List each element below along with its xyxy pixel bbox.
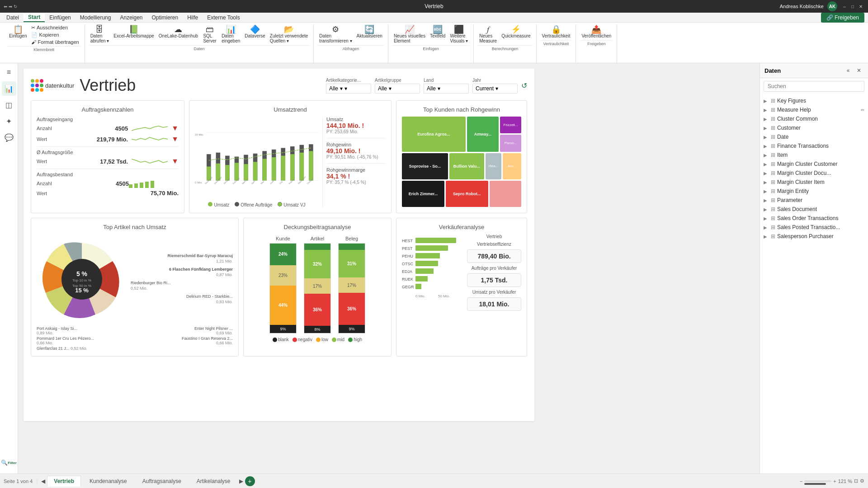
filter-panel-icon[interactable]: 🔍Filter bbox=[3, 454, 15, 472]
tree-item-sales-posted-transactions[interactable]: ▶ ⊞ Sales Posted Transactio... bbox=[760, 223, 868, 232]
table-icon: ⊞ bbox=[771, 215, 775, 221]
menu-einfuegen[interactable]: Einfügen bbox=[45, 14, 75, 22]
ribbon-einfuegen-btn[interactable]: 📋 Einfügen bbox=[7, 24, 28, 39]
fit-page-btn[interactable]: ⊡ bbox=[854, 478, 858, 484]
expand-icon: ▶ bbox=[764, 189, 769, 194]
ribbon-dataverse-btn[interactable]: 🔷Dataverse bbox=[243, 24, 267, 39]
maximize-btn[interactable]: □ bbox=[849, 3, 856, 10]
panel-close-icon[interactable]: ✕ bbox=[854, 66, 863, 75]
close-btn[interactable]: ✕ bbox=[857, 3, 864, 10]
sidebar-icon-copilot[interactable]: ✦ bbox=[2, 114, 16, 128]
ribbon-textfeld-btn[interactable]: 🔤Textfeld bbox=[428, 24, 447, 39]
menu-start[interactable]: Start bbox=[24, 13, 45, 22]
ribbon-format-btn[interactable]: 🖌 Format übertragen bbox=[29, 39, 80, 45]
svg-rect-53 bbox=[415, 245, 448, 251]
filter-artikelgruppe[interactable]: Alle ▾ bbox=[375, 84, 420, 94]
tree-item-sales-order-transactions[interactable]: ▶ ⊞ Sales Order Transactions bbox=[760, 214, 868, 223]
nav-prev-btn[interactable]: ◀ bbox=[41, 478, 45, 484]
tree-item-margin-entity[interactable]: ▶ ⊞ Margin Entity bbox=[760, 187, 868, 196]
artikel-value-4: 0,89 Mio. bbox=[37, 331, 77, 335]
tree-item-label: Margin Cluster Item bbox=[777, 179, 825, 185]
tree-item-key-figures[interactable]: ▶ ⊞ Key Figures bbox=[760, 96, 868, 105]
treemap-cell-arn: Arn... bbox=[503, 153, 521, 179]
tab-kundenanalyse[interactable]: Kundenanalyse bbox=[83, 476, 134, 487]
kpi-groesse-wert-value: 17,52 Tsd. bbox=[59, 158, 128, 165]
tree-item-parameter[interactable]: ▶ ⊞ Parameter bbox=[760, 196, 868, 205]
add-tab-button[interactable]: + bbox=[245, 476, 255, 486]
ribbon-aktualisieren-btn[interactable]: 🔄Aktualisieren bbox=[355, 24, 384, 39]
search-box[interactable] bbox=[764, 81, 864, 92]
filter-artikelkategorie[interactable]: Alle ▾▾ bbox=[326, 84, 371, 94]
ribbon-group-daten-label: Daten bbox=[89, 45, 310, 51]
reset-filters-button[interactable]: ↺ bbox=[521, 81, 527, 90]
tab-auftragsanalyse[interactable]: Auftragsanalyse bbox=[136, 476, 188, 487]
kpi-eingang-anzahl-label: Anzahl bbox=[37, 126, 59, 131]
tree-item-customer[interactable]: ▶ ⊞ Customer bbox=[760, 123, 868, 132]
zoom-out-btn[interactable]: − bbox=[800, 479, 802, 484]
va-efficiency-label: Vertriebseffizienz bbox=[467, 242, 521, 247]
ribbon-excel-btn[interactable]: 📗Excel-Arbeitsmappe bbox=[112, 24, 156, 39]
ribbon-group-berechnungen: 𝑓NeuesMeasure ⚡Quickmeasure Berechnungen bbox=[474, 24, 536, 63]
expand-icon: ▶ bbox=[764, 135, 769, 140]
minimize-btn[interactable]: – bbox=[841, 3, 848, 10]
tree-item-margin-cluster-docu[interactable]: ▶ ⊞ Margin Cluster Docu... bbox=[760, 169, 868, 178]
pie-chart: 5 % Top 10 in % Top 50 in % 15 % bbox=[37, 234, 127, 324]
ribbon-daten-abrufen-btn[interactable]: 🗄Datenabrufen ▾ bbox=[89, 24, 111, 44]
tree-item-salesperson-purchaser[interactable]: ▶ ⊞ Salesperson Purchaser bbox=[760, 232, 868, 241]
tab-vertrieb[interactable]: Vertrieb bbox=[47, 476, 81, 487]
tree-item-date[interactable]: ▶ ⊞ Date bbox=[760, 132, 868, 141]
ribbon-transformieren-btn[interactable]: ⚙Datentransformieren ▾ bbox=[317, 24, 354, 44]
kpi-eingang-wert-trend bbox=[132, 135, 168, 144]
panel-expand-icon[interactable]: « bbox=[844, 66, 853, 75]
svg-rect-57 bbox=[415, 261, 438, 266]
settings-btn[interactable]: ⚙ bbox=[860, 478, 864, 484]
sidebar-icon-data[interactable]: 📊 bbox=[2, 81, 16, 96]
treemap-cell-amway: Amway... bbox=[467, 117, 499, 152]
ribbon-group-vertraulichkeit: 🔒Vertraulichkeit Vertraulichkeit bbox=[537, 24, 576, 63]
kpi-rohgewinnmarge: Rohgewinnmarge 34,1 % ! PY: 35,7 % (-4,5… bbox=[326, 167, 386, 185]
zoom-in-btn[interactable]: + bbox=[833, 479, 836, 484]
menu-anzeigen[interactable]: Anzeigen bbox=[115, 14, 147, 22]
menu-hilfe[interactable]: Hilfe bbox=[183, 14, 203, 22]
menu-externe-tools[interactable]: Externe Tools bbox=[203, 14, 245, 22]
ribbon-visuell-btn[interactable]: 📈Neues visuellesElement bbox=[392, 24, 427, 44]
menu-optimieren[interactable]: Optimieren bbox=[147, 14, 183, 22]
tree-item-item[interactable]: ▶ ⊞ Item bbox=[760, 150, 868, 160]
ribbon-kopieren-btn[interactable]: 📄 Kopieren bbox=[29, 32, 80, 38]
tree-item-cluster-common[interactable]: ▶ ⊞ Cluster Common bbox=[760, 114, 868, 123]
window-controls[interactable]: – □ ✕ bbox=[841, 3, 864, 10]
tree-item-measure-help[interactable]: ▶ ⊞ Measure Help ✏ bbox=[760, 105, 868, 114]
sidebar-icon-model[interactable]: ◫ bbox=[2, 98, 16, 112]
sidebar-icon-report[interactable]: ≡ bbox=[2, 65, 16, 80]
seller-bars: HEST PEST PEHU OTSC EDJA RUEK bbox=[402, 234, 456, 329]
ribbon-sql-btn[interactable]: 🗃SQLServer bbox=[201, 24, 219, 44]
ribbon-daten-eingeben-btn[interactable]: 📊Dateneingeben bbox=[220, 24, 242, 44]
artikel-value-2: 0,52 Mio. bbox=[131, 286, 233, 291]
kpi-rohgewinnmarge-py: PY: 35,7 % (-4,5 %) bbox=[326, 180, 386, 185]
tree-item-sales-document[interactable]: ▶ ⊞ Sales Document bbox=[760, 205, 868, 214]
filter-jahr[interactable]: Current ▾ bbox=[472, 84, 518, 94]
search-input[interactable] bbox=[764, 81, 864, 92]
filter-land[interactable]: Alle ▾ bbox=[424, 84, 469, 94]
right-panel-icons: « ✕ bbox=[844, 66, 863, 75]
ribbon-veroeffentlichen-btn[interactable]: 📤Veröffentlichen bbox=[580, 24, 613, 39]
ribbon-quickmeasure-btn[interactable]: ⚡Quickmeasure bbox=[500, 24, 532, 39]
table-icon: ⊞ bbox=[771, 206, 775, 212]
treemap-cell-eurofins: Eurofins Agros... bbox=[402, 117, 466, 152]
ribbon-neues-measure-btn[interactable]: 𝑓NeuesMeasure bbox=[477, 24, 499, 44]
freigeben-button[interactable]: 🔗 Freigeben bbox=[821, 13, 864, 23]
tree-item-finance-transactions[interactable]: ▶ ⊞ Finance Transactions bbox=[760, 141, 868, 150]
sidebar-icon-chat[interactable]: 💬 bbox=[2, 130, 16, 145]
tab-artikelanalyse[interactable]: Artikelanalyse bbox=[190, 476, 237, 487]
nav-next-btn[interactable]: ▶ bbox=[239, 478, 243, 484]
tree-item-margin-cluster-item[interactable]: ▶ ⊞ Margin Cluster Item bbox=[760, 178, 868, 187]
ribbon-zuletzt-btn[interactable]: 📂Zuletzt verwendeteQuellen ▾ bbox=[268, 24, 310, 44]
menu-modellierung[interactable]: Modellierung bbox=[75, 14, 116, 22]
ribbon-onelake-btn[interactable]: ☁OneLake-Datenhub bbox=[157, 24, 200, 39]
user-avatar: AK bbox=[827, 1, 837, 11]
ribbon-weitere-btn[interactable]: ⬛WeitereVisuals ▾ bbox=[448, 24, 470, 44]
tree-item-margin-cluster-customer[interactable]: ▶ ⊞ Margin Cluster Customer bbox=[760, 160, 868, 169]
ribbon-ausschneiden-btn[interactable]: ✂ Ausschneiden bbox=[29, 24, 80, 31]
menu-datei[interactable]: Datei bbox=[2, 14, 24, 22]
ribbon-vertraulichkeit-btn[interactable]: 🔒Vertraulichkeit bbox=[540, 24, 572, 39]
